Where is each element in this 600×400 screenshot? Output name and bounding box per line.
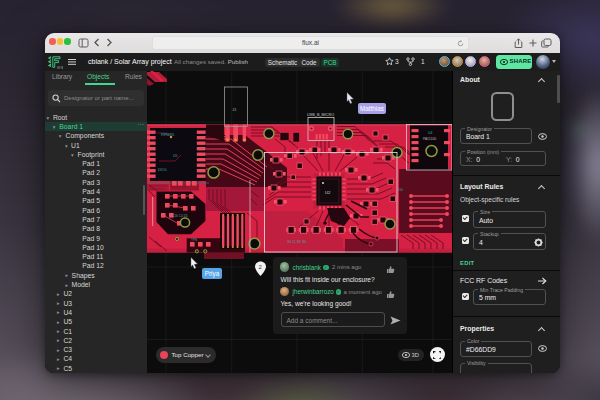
svg-text:U2: U2 — [325, 190, 331, 195]
svg-text:C16 C4 D5: C16 C4 D5 — [172, 214, 188, 218]
svg-text:U5: U5 — [173, 154, 178, 158]
svg-text:RFM95: RFM95 — [161, 132, 175, 137]
svg-text:USB_B_MICRO: USB_B_MICRO — [307, 113, 334, 117]
svg-text:U10: U10 — [397, 188, 403, 192]
svg-text:G6 CL R2 G6: G6 CL R2 G6 — [287, 240, 306, 244]
svg-text:U4: U4 — [428, 131, 432, 135]
svg-text:J3: J3 — [232, 108, 236, 112]
svg-text:BETA: BETA — [57, 66, 63, 69]
svg-text:DIO0: DIO0 — [158, 168, 166, 172]
svg-text:TPS: TPS — [191, 238, 197, 242]
svg-text:PA1510D: PA1510D — [423, 137, 437, 141]
